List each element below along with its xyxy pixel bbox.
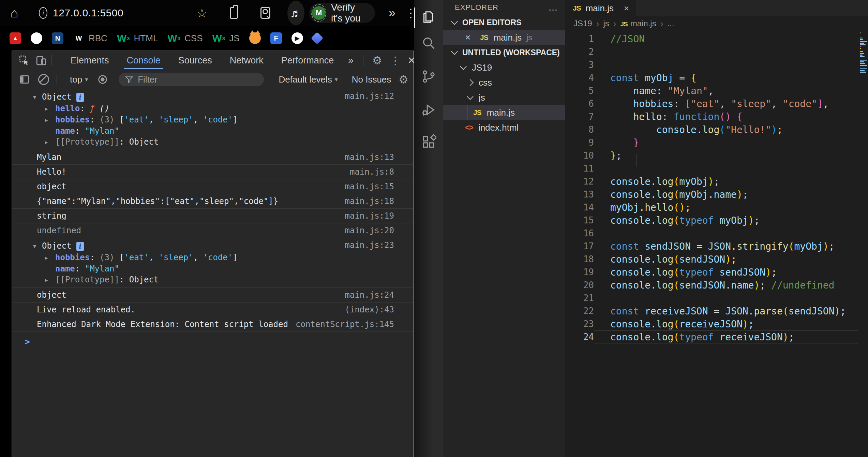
- line-number[interactable]: 23: [565, 318, 594, 330]
- issues-counter[interactable]: No Issues: [352, 74, 391, 85]
- bookmark-RBC[interactable]: WRBC: [73, 32, 107, 44]
- code-line-17[interactable]: 17const sendJSON = JSON.stringify(myObj)…: [565, 240, 868, 253]
- line-number[interactable]: 5: [565, 84, 594, 97]
- line-number[interactable]: 4: [565, 71, 594, 84]
- open-editor-main.js[interactable]: ×JSmain.jsjs: [443, 30, 565, 45]
- line-number[interactable]: 2: [565, 45, 594, 58]
- console-settings-icon[interactable]: ⚙: [394, 73, 413, 86]
- bookmark-github[interactable]: [31, 32, 42, 44]
- code-line-22[interactable]: 22const receiveJSON = JSON.parse(sendJSO…: [565, 305, 868, 318]
- code-line-6[interactable]: 6 hobbies: ["eat", "sleep", "code"],: [565, 97, 868, 110]
- source-link[interactable]: main.js:8: [350, 167, 394, 177]
- expand-arrow-icon[interactable]: ▶: [45, 115, 55, 126]
- close-icon[interactable]: ×: [465, 32, 475, 43]
- code-line-21[interactable]: 21: [565, 292, 868, 305]
- devtools-settings-icon[interactable]: ⚙: [368, 54, 387, 67]
- line-number[interactable]: 18: [565, 253, 594, 266]
- address-bar[interactable]: 127.0.0.1:5500: [53, 7, 123, 19]
- bookmark-star-icon[interactable]: ☆: [195, 7, 209, 19]
- line-number[interactable]: 1: [565, 32, 594, 45]
- line-number[interactable]: 11: [565, 162, 594, 175]
- line-number[interactable]: 21: [565, 292, 594, 305]
- media-control-icon[interactable]: ♬: [287, 1, 304, 25]
- line-number[interactable]: 14: [565, 201, 594, 214]
- bookmark-f[interactable]: F: [270, 32, 282, 44]
- console-prompt-chevron[interactable]: >: [12, 332, 413, 347]
- tree-item-index-html[interactable]: <>index.html: [443, 120, 565, 135]
- code-line-24[interactable]: 24console.log(typeof receiveJSON);: [565, 330, 868, 343]
- live-expression-eye-icon[interactable]: [97, 74, 108, 85]
- line-number[interactable]: 9: [565, 136, 594, 149]
- devtools-tab-performance[interactable]: Performance: [272, 51, 343, 70]
- extension-icon[interactable]: [230, 7, 238, 19]
- line-number[interactable]: 8: [565, 123, 594, 136]
- devtools-menu-icon[interactable]: ⋮: [387, 55, 404, 67]
- code-line-5[interactable]: 5 name: "Mylan",: [565, 84, 868, 97]
- breadcrumb-item----[interactable]: ...: [667, 19, 674, 28]
- expand-arrow-icon[interactable]: ▶: [45, 103, 55, 114]
- activity-run-debug[interactable]: [414, 98, 443, 123]
- activity-search[interactable]: [414, 31, 443, 56]
- expand-arrow-icon[interactable]: ▼: [33, 240, 42, 252]
- more-tabs-icon[interactable]: »: [343, 51, 359, 70]
- minimap[interactable]: [859, 32, 868, 457]
- page-info-icon[interactable]: i: [39, 7, 47, 19]
- devtools-tab-elements[interactable]: Elements: [62, 51, 118, 70]
- console-sidebar-icon[interactable]: [19, 74, 30, 85]
- section-open-editors[interactable]: OPEN EDITORS: [443, 15, 565, 30]
- code-line-2[interactable]: 2: [565, 45, 868, 58]
- default-levels-dropdown[interactable]: Default levels: [279, 74, 332, 85]
- bookmark-JS[interactable]: W3JS: [212, 32, 240, 44]
- expand-arrow-icon[interactable]: ▶: [45, 275, 55, 285]
- source-link[interactable]: main.js:24: [345, 290, 394, 300]
- bookmark-n[interactable]: N: [52, 32, 63, 44]
- source-link[interactable]: main.js:12: [345, 91, 394, 101]
- tab-close-icon[interactable]: ×: [624, 3, 629, 14]
- bookmark-gem[interactable]: [313, 34, 321, 43]
- home-icon[interactable]: ⌂: [8, 7, 21, 19]
- source-link[interactable]: (index):43: [345, 305, 394, 315]
- code-line-4[interactable]: 4const myObj = {: [565, 71, 868, 84]
- code-line-9[interactable]: 9 }: [565, 136, 868, 149]
- source-link[interactable]: main.js:15: [345, 181, 394, 192]
- devtools-tab-network[interactable]: Network: [221, 51, 272, 70]
- activity-source-control[interactable]: [414, 65, 443, 89]
- code-line-14[interactable]: 14myObj.hello();: [565, 201, 868, 214]
- tab-main-js[interactable]: JS main.js ×: [565, 0, 637, 16]
- search-page-icon[interactable]: [260, 7, 270, 19]
- expand-arrow-icon[interactable]: ▶: [45, 137, 55, 148]
- bookmark-cat[interactable]: [249, 32, 261, 44]
- inspect-element-icon[interactable]: [18, 55, 30, 66]
- source-link[interactable]: main.js:18: [345, 196, 394, 206]
- line-number[interactable]: 10: [565, 149, 594, 162]
- console-filter-input[interactable]: Filter: [119, 73, 264, 86]
- line-number[interactable]: 3: [565, 58, 594, 71]
- line-number[interactable]: 13: [565, 188, 594, 201]
- bookmark-CSS[interactable]: W3CSS: [167, 32, 203, 44]
- code-line-11[interactable]: 11: [565, 162, 868, 175]
- code-line-16[interactable]: 16: [565, 227, 868, 240]
- tree-item-main-js[interactable]: JSmain.js: [443, 105, 565, 120]
- expand-arrow-icon[interactable]: ▶: [45, 252, 55, 263]
- source-link[interactable]: main.js:20: [345, 225, 394, 236]
- code-line-1[interactable]: 1//JSON: [565, 32, 868, 45]
- breadcrumb-item-JS19[interactable]: JS19: [573, 19, 592, 28]
- code-editor[interactable]: 1//JSON234const myObj = {5 name: "Mylan"…: [565, 31, 868, 457]
- extensions-overflow-icon[interactable]: »: [385, 7, 399, 19]
- activity-extensions[interactable]: [414, 130, 443, 155]
- code-line-7[interactable]: 7 hello: function() {: [565, 110, 868, 123]
- code-line-13[interactable]: 13console.log(myObj.name);: [565, 188, 868, 201]
- code-line-12[interactable]: 12console.log(myObj);: [565, 175, 868, 188]
- code-line-10[interactable]: 10};: [565, 149, 868, 162]
- source-link[interactable]: main.js:13: [345, 152, 394, 162]
- profile-verify-chip[interactable]: M Verify it's you: [309, 3, 375, 23]
- activity-files[interactable]: [414, 5, 443, 30]
- code-line-20[interactable]: 20console.log(sendJSON.name); //undefine…: [565, 279, 868, 292]
- line-number[interactable]: 16: [565, 227, 594, 240]
- code-line-8[interactable]: 8 console.log("Hello!");: [565, 123, 868, 136]
- code-line-15[interactable]: 15console.log(typeof myObj);: [565, 214, 868, 227]
- line-number[interactable]: 20: [565, 279, 594, 292]
- source-link[interactable]: main.js:19: [345, 211, 394, 221]
- tree-item-css[interactable]: css: [443, 75, 565, 90]
- context-selector[interactable]: top: [70, 74, 82, 85]
